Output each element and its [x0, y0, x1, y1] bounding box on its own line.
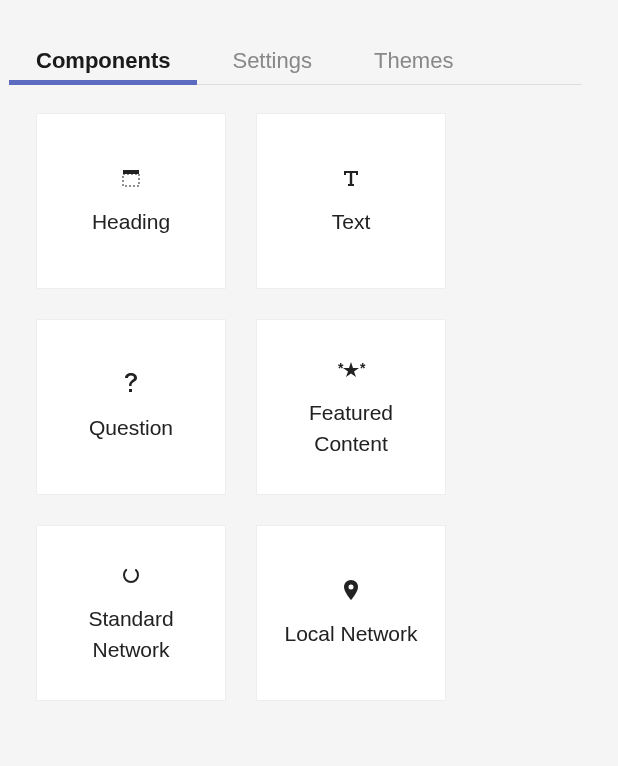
tab-settings[interactable]: Settings	[232, 38, 312, 84]
svg-rect-1	[123, 174, 139, 186]
components-panel: Components Settings Themes Heading Text	[0, 0, 618, 729]
question-icon	[122, 370, 140, 398]
featured-icon: * *	[333, 355, 369, 383]
card-label: Featured Content	[273, 397, 429, 460]
tab-components[interactable]: Components	[36, 38, 170, 84]
card-label: Standard Network	[53, 603, 209, 666]
card-question[interactable]: Question	[36, 319, 226, 495]
tab-bar: Components Settings Themes	[36, 0, 582, 85]
pin-icon	[342, 576, 360, 604]
card-heading[interactable]: Heading	[36, 113, 226, 289]
card-text[interactable]: Text	[256, 113, 446, 289]
component-grid: Heading Text Question *	[0, 85, 618, 729]
svg-rect-0	[123, 170, 139, 174]
svg-point-4	[121, 565, 141, 585]
tab-themes[interactable]: Themes	[374, 38, 453, 84]
card-label: Local Network	[284, 618, 417, 650]
svg-text:*: *	[360, 360, 366, 376]
svg-point-5	[349, 585, 354, 590]
card-local-network[interactable]: Local Network	[256, 525, 446, 701]
text-icon	[341, 164, 361, 192]
spinner-icon	[121, 561, 141, 589]
card-label: Text	[332, 206, 371, 238]
card-featured-content[interactable]: * * Featured Content	[256, 319, 446, 495]
card-label: Heading	[92, 206, 170, 238]
heading-icon	[121, 164, 141, 192]
card-standard-network[interactable]: Standard Network	[36, 525, 226, 701]
card-label: Question	[89, 412, 173, 444]
